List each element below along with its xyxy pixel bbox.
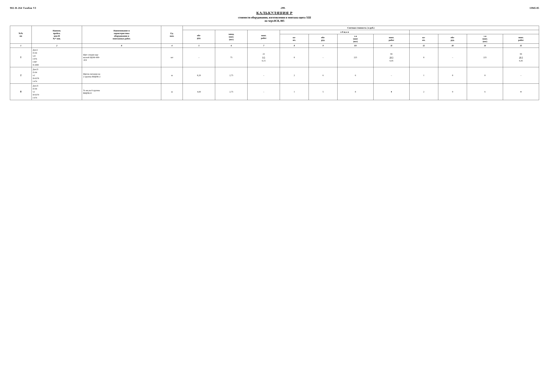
col-h-ko-ich1: ко-ич. — [280, 34, 309, 44]
row2-unit: ш — [161, 67, 183, 84]
row3-ref: Доп.I5I5-04ч.II9-0379I-474 — [32, 84, 82, 100]
table-row: 2 Доп.I5I5-04ч.II9-0378I-474 Щиток питан… — [10, 67, 539, 84]
colnum-7: 7 — [247, 44, 280, 48]
header-center: -299- — [36, 7, 529, 9]
row1-c15: 6628,50,45 — [503, 48, 539, 67]
table-header-row1: №№пп Наимен.прейск.цен.М№* пов. Наименов… — [10, 26, 539, 30]
colnum-1: 1 — [10, 44, 32, 48]
row3-c15: ♦ — [503, 84, 539, 100]
col-header-zavod: завод.монт.(изг) — [215, 30, 247, 44]
header-right: 13945-05 — [530, 7, 539, 9]
col-header-unit: Ед.нам. — [161, 26, 183, 44]
col-h-za2: з-ямонт.(изг) — [467, 34, 503, 44]
row1-c11: 6628,50,45 — [373, 48, 409, 67]
row3-c5: 4,60 — [183, 84, 215, 100]
colnum-6: 6 — [215, 44, 247, 48]
colnum-12: I2 — [409, 44, 438, 48]
col-header-obshaya2 — [409, 30, 539, 34]
colnum-4: 4 — [161, 44, 183, 48]
colnum-14: I4 — [467, 44, 503, 48]
row2-c13: 8 — [438, 67, 467, 84]
main-title: КАЛЬКУЛЯЦИЯ Р — [10, 11, 539, 15]
row2-ref: Доп.I5I5-04ч.II9-0378I-474 — [32, 67, 82, 84]
colnum-5: 5 — [183, 44, 215, 48]
colnum-10: IO — [338, 44, 373, 48]
row1-unit: шт — [161, 48, 183, 67]
table-row: 8 Доп.I5I5-04ч.II9-0379I-474 То же,на 8 … — [10, 84, 539, 100]
colnum-15: I5 — [503, 44, 539, 48]
row3-id: 8 — [10, 84, 32, 100]
row2-c11: – — [373, 67, 409, 84]
row2-c7: – — [247, 67, 280, 84]
table-col-nums: 1 2 8 4 5 6 7 8 9 IO II I2 I8 I4 I5 — [10, 44, 539, 48]
row1-c13: – — [438, 48, 467, 67]
main-table: №№пп Наимен.прейск.цен.М№* пов. Наименов… — [10, 26, 539, 100]
col-h-mont1: монт.работ — [373, 34, 409, 44]
table-row: I Доп.6I5-04ч.III-976I-987II-2000 Щит се… — [10, 48, 539, 67]
colnum-13: I8 — [438, 44, 467, 48]
page-container: 902-В-264 Тамбов VI -299- 13945-05 КАЛЬК… — [10, 7, 539, 100]
colnum-8: 8 — [280, 44, 309, 48]
row3-c12: 2 — [409, 84, 438, 100]
col-header-obshaya: о б щ а я — [280, 30, 409, 34]
row3-c14: 6 — [467, 84, 503, 100]
row2-c15: – — [503, 67, 539, 84]
row3-unit: ш — [161, 84, 183, 100]
row3-c10: 8 — [338, 84, 373, 100]
row2-c12: I — [409, 67, 438, 84]
row2-c5: 8,20 — [183, 67, 215, 84]
colnum-2: 2 — [32, 44, 82, 48]
row3-c9: 5 — [309, 84, 337, 100]
row1-c10: 225 — [338, 48, 373, 67]
row1-c5: – — [183, 48, 215, 67]
row2-name: Щиток питания на2 группы ВЩПК-2 — [82, 67, 161, 84]
header-left: 902-В-264 Тамбов VI — [10, 7, 36, 9]
page-number: -299- — [36, 7, 529, 9]
row1-c6: 75 — [215, 48, 247, 67]
col-h-mont2: монт.работ — [503, 34, 539, 44]
row1-c12: 8 — [409, 48, 438, 67]
col-header-name: Наименование ихарактеристикаоборудования… — [82, 26, 161, 44]
row1-id: I — [10, 48, 32, 67]
row1-ref: Доп.6I5-04ч.III-976I-987II-2000 — [32, 48, 82, 67]
row3-c7: – — [247, 84, 280, 100]
row3-name: То же,на 8 группыВЩПК-8 — [82, 84, 161, 100]
row1-c9: – — [309, 48, 337, 67]
colnum-9: 9 — [309, 44, 337, 48]
col-header-mont-rabot: монт.работ — [247, 30, 280, 44]
row2-c9: 6 — [309, 67, 337, 84]
row3-c13: 9 — [438, 84, 467, 100]
col-header-obor: обе-руд. — [183, 30, 215, 44]
col-h-za1: з-ямонт(изг) — [338, 34, 373, 44]
title-block: КАЛЬКУЛЯЦИЯ Р стоимости оборудования, из… — [10, 11, 539, 22]
row1-c14: 225 — [467, 48, 503, 67]
row2-id: 2 — [10, 67, 32, 84]
row2-c14: 8 — [467, 67, 503, 84]
row3-c8: I — [280, 84, 309, 100]
row3-c6: 2,75 — [215, 84, 247, 100]
colnum-11: II — [373, 44, 409, 48]
col-header-smetnaya: Сметная стоимость ( в руб.) — [183, 26, 539, 30]
row2-c8: 2 — [280, 67, 309, 84]
col-h-obor1: обо-руд. — [309, 34, 337, 44]
col-header-pp: №№пп — [10, 26, 32, 44]
row2-c6: 2,75 — [215, 67, 247, 84]
col-h-ko-ich2: ко-ич. — [409, 34, 438, 44]
col-header-ref: Наимен.прейск.цен.М№* пов. — [32, 26, 82, 44]
row3-c11: ♦ — [373, 84, 409, 100]
sub-title-2: по черт.8СВ, 805 — [10, 19, 539, 22]
row1-c7: 229,50,15 — [247, 48, 280, 67]
colnum-3: 8 — [82, 44, 161, 48]
sub-title-1: стоимости оборудования, изготовления и м… — [10, 16, 539, 19]
col-h-obor2: обо-руд. — [438, 34, 467, 44]
row1-name: Щит секции кар-касной ЩОК-600--IOI — [82, 48, 161, 67]
row1-c8: 8 — [280, 48, 309, 67]
row2-c10: 6 — [338, 67, 373, 84]
page-header: 902-В-264 Тамбов VI -299- 13945-05 — [10, 7, 539, 9]
